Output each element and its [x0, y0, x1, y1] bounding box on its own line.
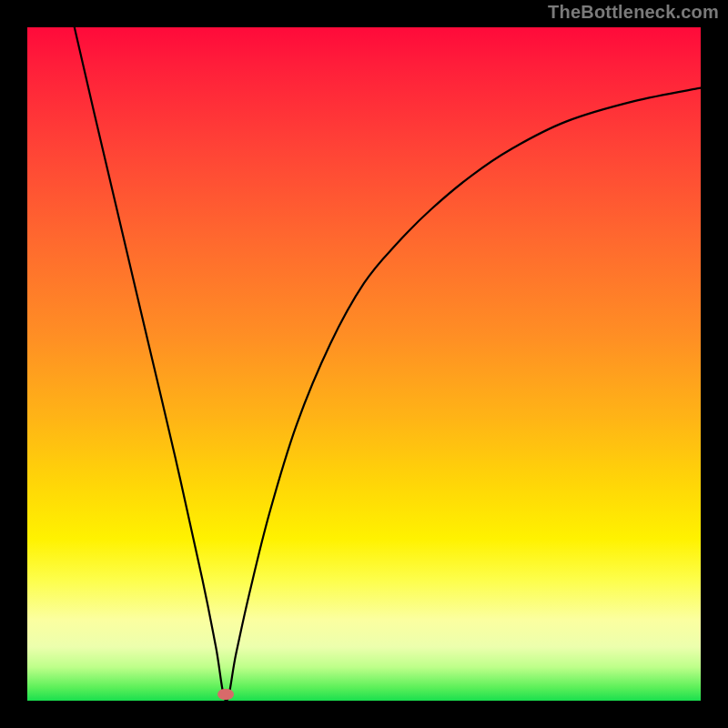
- chart-frame: TheBottleneck.com: [0, 0, 728, 728]
- minimum-marker: [217, 689, 234, 700]
- curve-svg: [27, 27, 701, 701]
- plot-area: [27, 27, 701, 701]
- bottleneck-curve: [75, 27, 701, 701]
- watermark-text: TheBottleneck.com: [548, 2, 719, 23]
